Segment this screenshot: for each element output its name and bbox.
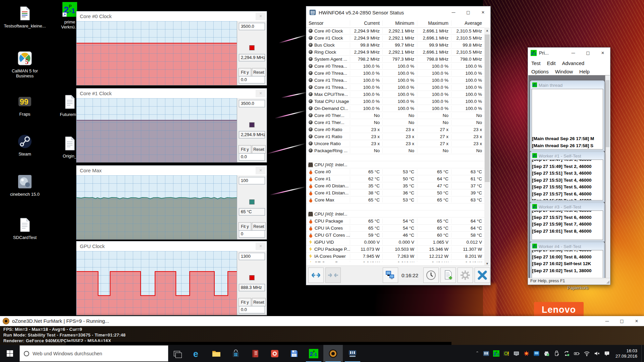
- prime95-mdi-scrollbar[interactable]: [605, 75, 610, 278]
- tray-icon-burst[interactable]: [522, 345, 532, 362]
- remote-sensors-button[interactable]: [383, 267, 398, 283]
- sensor-row[interactable]: Core #1 Threa...100.0 %100.0 %100.0 %100…: [306, 84, 485, 91]
- graph-plot-core1-clock[interactable]: [76, 98, 237, 162]
- desktop-icon-sdcard[interactable]: SDCardTest: [1, 218, 48, 240]
- column-header-average[interactable]: Average: [451, 20, 485, 26]
- graph-ymin-input[interactable]: 0.0: [239, 76, 265, 83]
- reset-button[interactable]: Reset: [252, 68, 266, 76]
- tray-icon-intel[interactable]: [532, 345, 542, 362]
- graph-color-swatch[interactable]: [250, 122, 255, 127]
- sensor-row[interactable]: CPU [#0]: Intel...: [306, 161, 485, 168]
- sensor-row[interactable]: Core #0 Distan...35 °C35 °C47 °C37 °C: [306, 182, 485, 189]
- graph-ymin-input[interactable]: 0.0: [239, 306, 265, 313]
- desktop-icon-label-recycle-bin[interactable]: Papierkorb: [558, 285, 598, 290]
- expand-columns-button[interactable]: [308, 267, 324, 283]
- sensor-row[interactable]: Core #162 °C50 °C64 °C61 °C: [306, 175, 485, 182]
- prime95-child-worker[interactable]: 2P-1Worker #3 - Self-Test[Sep 27 15:55] …: [530, 202, 605, 242]
- prime95-maximize-button[interactable]: □: [581, 48, 595, 58]
- fit-y-button[interactable]: Fit y: [238, 222, 251, 231]
- tray-icon-chat[interactable]: [602, 345, 612, 362]
- search-input[interactable]: Web und Windows durchsuchen: [19, 345, 168, 362]
- sensor-row[interactable]: Core #0 Clock2,294.9 MHz2,292.1 MHz2,696…: [306, 27, 485, 35]
- tray-icon-printer[interactable]: [542, 345, 552, 362]
- tray-icon-volume-muted[interactable]: [592, 345, 602, 362]
- sensor-row[interactable]: System Agent ...798.2 MHz797.3 MHz798.8 …: [306, 56, 485, 63]
- graph-ymin-input[interactable]: 0: [239, 230, 265, 238]
- graph-plot-gpu-clock[interactable]: [76, 251, 237, 315]
- graph-titlebar[interactable]: Core #1 Clock✕: [76, 88, 267, 98]
- taskbar-app-redapp[interactable]: [265, 345, 284, 362]
- fit-y-button[interactable]: Fit y: [238, 298, 251, 306]
- tray-icon-usb[interactable]: [552, 345, 562, 362]
- sensor-row[interactable]: Core #0 Threa...100.0 %100.0 %100.0 %100…: [306, 63, 485, 70]
- furmark-close-button[interactable]: ✕: [629, 316, 644, 326]
- column-header-minimum[interactable]: Minimum: [382, 20, 417, 26]
- desktop-icon-calman[interactable]: 5CalMAN 5 forBusiness: [1, 51, 48, 78]
- column-header-sensor[interactable]: Sensor: [306, 20, 350, 26]
- sensor-row[interactable]: Max CPU/Thre...100.0 %100.0 %100.0 %100.…: [306, 91, 485, 98]
- sensor-row[interactable]: Core Max65 °C53 °C65 °C63 °C: [306, 196, 485, 203]
- hwinfo-scrollbar[interactable]: ▲ ▼: [484, 27, 490, 266]
- graph-color-swatch[interactable]: [250, 199, 255, 204]
- taskbar-app-edge[interactable]: e: [187, 345, 207, 362]
- desktop-icon-testsoftware[interactable]: Testsoftware_kleine...: [1, 6, 48, 28]
- graph-ymin-input[interactable]: 0.0: [239, 153, 265, 161]
- desktop-icon-steam[interactable]: Steam: [1, 134, 48, 157]
- menu-item-options[interactable]: Options: [531, 69, 549, 74]
- sensor-row[interactable]: Core #065 °C53 °C65 °C63 °C: [306, 168, 485, 175]
- hwinfo-minimize-button[interactable]: —: [446, 6, 461, 18]
- menu-item-edit[interactable]: Edit: [547, 60, 556, 66]
- column-header-current[interactable]: Current: [350, 20, 382, 26]
- sensor-row[interactable]: IA Cores Power7.945 W7.263 W12.212 W8.20…: [306, 253, 485, 260]
- graph-color-swatch[interactable]: [250, 45, 255, 50]
- scroll-up-icon[interactable]: ▲: [484, 27, 490, 33]
- graph-close-icon[interactable]: ✕: [256, 242, 266, 250]
- reset-button[interactable]: Reset: [252, 145, 266, 154]
- tray-icon-nvidia[interactable]: [501, 345, 512, 362]
- tray-icon-display[interactable]: [512, 345, 522, 362]
- sensor-row[interactable]: Uncore Ratio23 x23 x27 x23 x: [306, 140, 485, 147]
- furmark-titlebar[interactable]: oZone3D.Net FurMark | FPS=9 - Running...…: [0, 316, 644, 326]
- tray-chevron-up-icon[interactable]: ˆ: [472, 351, 483, 356]
- task-view-button[interactable]: [168, 345, 185, 362]
- sensor-row[interactable]: CPU Package P...11.073 W10.503 W15.346 W…: [306, 246, 485, 253]
- child-titlebar[interactable]: 2P-1Worker #1 - Self-Test: [531, 152, 604, 160]
- reset-button[interactable]: Reset: [252, 222, 266, 231]
- sensor-row[interactable]: On-Demand Cl...100.0 %100.0 %100.0 %100.…: [306, 105, 485, 112]
- taskbar-app-explorer[interactable]: [207, 345, 226, 362]
- reset-button[interactable]: Reset: [252, 298, 266, 306]
- graph-plot-core-max[interactable]: [76, 175, 237, 239]
- clock-settings-button[interactable]: [423, 267, 439, 283]
- prime95-child-main-thread[interactable]: 2P-1Main thread[Main thread Sep 26 17:58…: [530, 80, 605, 151]
- prime95-titlebar[interactable]: 2P-1 Pri... — □ ✕: [528, 48, 610, 58]
- sensor-row[interactable]: Core #0 Ratio23 x23 x27 x23 x: [306, 126, 485, 133]
- desktop-icon-fraps[interactable]: 99Fraps: [1, 94, 48, 117]
- prime95-minimize-button[interactable]: —: [566, 48, 581, 58]
- tray-icon-prime95[interactable]: 2P-1: [491, 345, 501, 362]
- hwinfo-maximize-button[interactable]: □: [461, 6, 476, 18]
- menu-item-window[interactable]: Window: [555, 69, 573, 74]
- sensor-row[interactable]: Package/Ring ...NoNoNoNo: [306, 147, 485, 154]
- tray-icon-wifi[interactable]: [582, 345, 592, 362]
- sensor-row[interactable]: Core #0 Ther...NoNoNoNo: [306, 112, 485, 119]
- sensor-row[interactable]: GT Cores Power0.046 W0.018 W0.434 W0.048…: [306, 260, 485, 262]
- sensor-row[interactable]: iGPU VID0.000 V0.000 V1.065 V0.012 V: [306, 239, 485, 246]
- taskbar-app-saveapp[interactable]: [284, 345, 304, 362]
- sensor-row[interactable]: Core #1 Ratio23 x23 x27 x23 x: [306, 133, 485, 140]
- graph-ymax-input[interactable]: 100: [239, 177, 265, 184]
- graph-titlebar[interactable]: Core #0 Clock✕: [76, 11, 267, 21]
- graph-close-icon[interactable]: ✕: [256, 89, 266, 97]
- sensor-row[interactable]: Ring Clock2,294.9 MHz2,292.1 MHz2,696.1 …: [306, 49, 485, 56]
- tray-icon-battery[interactable]: [572, 345, 582, 362]
- sensor-row[interactable]: CPU [#0]: Intel...: [306, 210, 485, 218]
- child-titlebar[interactable]: 2P-1Worker #4 - Self-Test: [531, 243, 604, 250]
- graph-titlebar[interactable]: Core Max✕: [76, 166, 267, 175]
- graph-ymax-input[interactable]: 3500.0: [239, 23, 265, 30]
- taskbar-app-prime95[interactable]: 2P-1: [304, 345, 323, 362]
- prime95-child-worker[interactable]: 2P-1Worker #4 - Self-Test[Sep 27 15:58] …: [530, 242, 605, 278]
- child-titlebar[interactable]: 2P-1Main thread: [531, 81, 604, 89]
- sensor-row[interactable]: CPU GT Cores ...59 °C46 °C60 °C58 °C: [306, 232, 485, 239]
- graph-color-swatch[interactable]: [250, 275, 255, 280]
- collapse-columns-button[interactable]: [325, 267, 341, 283]
- column-header-maximum[interactable]: Maximum: [417, 20, 451, 26]
